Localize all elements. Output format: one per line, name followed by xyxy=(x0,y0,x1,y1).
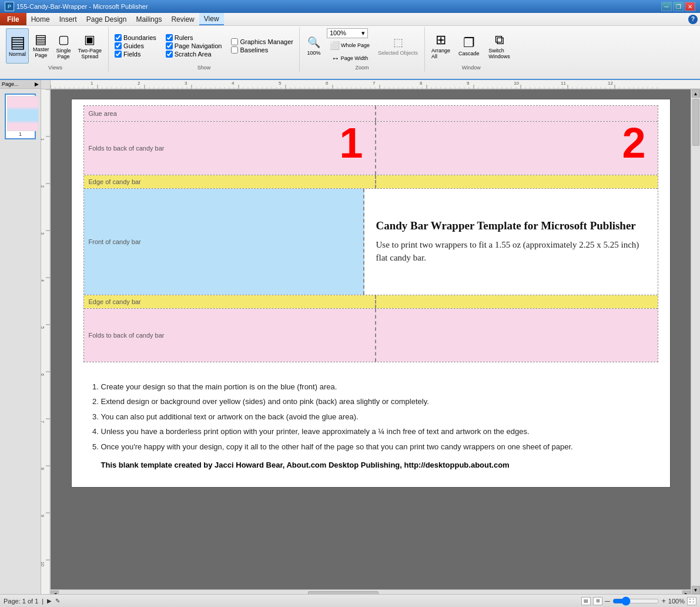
switch-windows-button[interactable]: ⧉ SwitchWindows xyxy=(485,28,514,64)
page-navigation-checkbox[interactable] xyxy=(166,42,173,49)
selected-objects-button[interactable]: ⬚ Selected Objects xyxy=(375,28,421,64)
normal-label: Normal xyxy=(9,52,26,58)
views-group-title: Views xyxy=(48,64,62,71)
title-bar: P 155-Candy-Bar-Wrapper - Microsoft Publ… xyxy=(0,0,700,13)
main-canvas[interactable]: Glue area Folds to back of candy bar 1 xyxy=(51,89,691,594)
front-right-content: Candy Bar Wrapper Template for Microsoft… xyxy=(364,189,658,295)
scroll-left-button[interactable]: ◀ xyxy=(51,591,59,595)
switch-windows-icon: ⧉ xyxy=(495,32,504,48)
minimize-button[interactable]: ─ xyxy=(661,2,672,11)
canvas-wrapper: var svg = document.currentScript.closest… xyxy=(41,80,700,594)
template-desc: Use to print two wrappers to fit a 1.55 … xyxy=(376,238,646,265)
two-page-spread-button[interactable]: ▣ Two-PageSpread xyxy=(75,28,105,64)
window-buttons: ⊞ ArrangeAll ❐ Cascade ⧉ SwitchWindows xyxy=(428,28,514,64)
edge-top-right xyxy=(376,175,658,188)
ribbon-group-zoom: 🔍 100% 100% ▾ ⬜ Whole Page xyxy=(300,27,425,72)
boundaries-checkbox[interactable] xyxy=(115,34,122,41)
fields-label: Fields xyxy=(123,51,140,58)
number-1: 1 xyxy=(339,122,363,164)
v-scrollbar-thumb[interactable] xyxy=(692,99,699,146)
menu-review[interactable]: Review xyxy=(166,13,199,25)
menu-file[interactable]: File xyxy=(0,13,26,25)
zoom-dropdown[interactable]: 100% ▾ xyxy=(327,28,368,38)
cascade-label: Cascade xyxy=(458,51,480,56)
boundaries-check[interactable]: Boundaries xyxy=(115,34,156,41)
menu-page-design[interactable]: Page Design xyxy=(82,13,132,25)
menu-home[interactable]: Home xyxy=(26,13,55,25)
instruction-4: Unless you have a borderless print optio… xyxy=(101,425,652,438)
zoom-value: 100% xyxy=(330,29,346,36)
page-navigation-check[interactable]: Page Navigation xyxy=(166,42,222,49)
restore-button[interactable]: ❐ xyxy=(673,2,684,11)
page-1-thumbnail[interactable]: 1 xyxy=(5,94,36,139)
graphics-manager-checkbox[interactable] xyxy=(231,38,238,45)
zoom-out-icon[interactable]: ─ xyxy=(605,597,610,605)
title-bar-left: P 155-Candy-Bar-Wrapper - Microsoft Publ… xyxy=(5,2,148,11)
page-navigation-label: Page Navigation xyxy=(175,42,222,49)
menu-insert[interactable]: Insert xyxy=(55,13,82,25)
folds-back-left: Folds to back of candy bar 1 xyxy=(84,122,376,175)
page-nav-icon[interactable]: ▶ xyxy=(47,598,52,604)
single-page-label: SinglePage xyxy=(56,48,71,59)
close-button[interactable]: ✕ xyxy=(685,2,695,11)
fullscreen-button[interactable]: ⛶ xyxy=(687,597,696,605)
number-2: 2 xyxy=(622,122,645,164)
arrange-all-button[interactable]: ⊞ ArrangeAll xyxy=(428,28,453,64)
scroll-down-button[interactable]: ▼ xyxy=(692,586,700,594)
zoom-slider[interactable] xyxy=(612,598,659,604)
baselines-check[interactable]: Baselines xyxy=(231,46,293,54)
edge-top-label: Edge of candy bar xyxy=(89,178,141,185)
scroll-right-button[interactable]: ▶ xyxy=(682,591,691,595)
v-scrollbar[interactable]: ▲ ▼ xyxy=(691,89,700,594)
page-info: Page: 1 of 1 xyxy=(4,598,38,605)
instructions-list: Create your design so that the main port… xyxy=(101,380,652,453)
page-width-button[interactable]: ↔ Page Width xyxy=(327,52,373,64)
single-page-icon: ▢ xyxy=(58,32,69,46)
scratch-area-label: Scratch Area xyxy=(175,51,212,58)
normal-view-button[interactable]: ▤ Normal xyxy=(6,28,29,64)
guides-check[interactable]: Guides xyxy=(115,42,156,49)
status-view-grid[interactable]: ⊞ xyxy=(593,597,602,605)
help-icon[interactable]: ? xyxy=(688,15,698,24)
graphics-manager-check[interactable]: Graphics Manager xyxy=(231,38,293,45)
page-width-label: Page Width xyxy=(341,55,369,61)
menu-view[interactable]: View xyxy=(199,13,224,25)
svg-text:4: 4 xyxy=(41,279,45,282)
fields-checkbox[interactable] xyxy=(115,51,122,58)
instruction-1: Create your design so that the main port… xyxy=(101,380,652,393)
menu-mailings[interactable]: Mailings xyxy=(131,13,166,25)
rulers-check[interactable]: Rulers xyxy=(166,34,222,41)
folds-back-right: 2 xyxy=(376,122,658,175)
zoom-group-title: Zoom xyxy=(356,64,369,71)
h-scrollbar[interactable]: ◀ ▶ xyxy=(51,589,691,594)
whole-page-button[interactable]: ⬜ Whole Page xyxy=(327,39,373,51)
svg-rect-0 xyxy=(51,80,700,89)
views-buttons: ▤ Normal ▤ MasterPage ▢ SinglePage ▣ Two… xyxy=(6,28,105,64)
zoom-in-icon[interactable]: + xyxy=(662,597,666,605)
svg-text:9: 9 xyxy=(467,81,470,86)
cascade-icon: ❐ xyxy=(463,35,475,51)
zoom-100-button[interactable]: 🔍 100% xyxy=(303,28,324,64)
guides-checkbox[interactable] xyxy=(115,42,122,49)
master-page-label: MasterPage xyxy=(33,47,49,59)
arrange-all-label: ArrangeAll xyxy=(431,48,450,59)
master-page-button[interactable]: ▤ MasterPage xyxy=(30,28,52,64)
document-page: Glue area Folds to back of candy bar 1 xyxy=(71,99,671,488)
two-page-label: Two-PageSpread xyxy=(78,48,102,59)
page-panel-arrow[interactable]: ▶ xyxy=(35,81,39,87)
h-scrollbar-thumb[interactable] xyxy=(308,591,379,595)
glue-area-left: Glue area xyxy=(84,106,376,121)
cascade-button[interactable]: ❐ Cascade xyxy=(455,28,483,64)
scroll-up-button[interactable]: ▲ xyxy=(692,89,700,98)
ruler-corner xyxy=(41,80,51,89)
publisher-icon: P xyxy=(5,2,14,11)
status-view-normal[interactable]: ▤ xyxy=(581,597,591,605)
scratch-area-checkbox[interactable] xyxy=(166,51,173,58)
baselines-checkbox[interactable] xyxy=(231,46,238,54)
svg-text:9: 9 xyxy=(41,515,45,517)
scratch-area-check[interactable]: Scratch Area xyxy=(166,51,222,58)
fields-check[interactable]: Fields xyxy=(115,51,156,58)
footer-text: This blank template created by Jacci How… xyxy=(101,461,652,469)
single-page-button[interactable]: ▢ SinglePage xyxy=(53,28,74,64)
rulers-checkbox[interactable] xyxy=(166,34,173,41)
